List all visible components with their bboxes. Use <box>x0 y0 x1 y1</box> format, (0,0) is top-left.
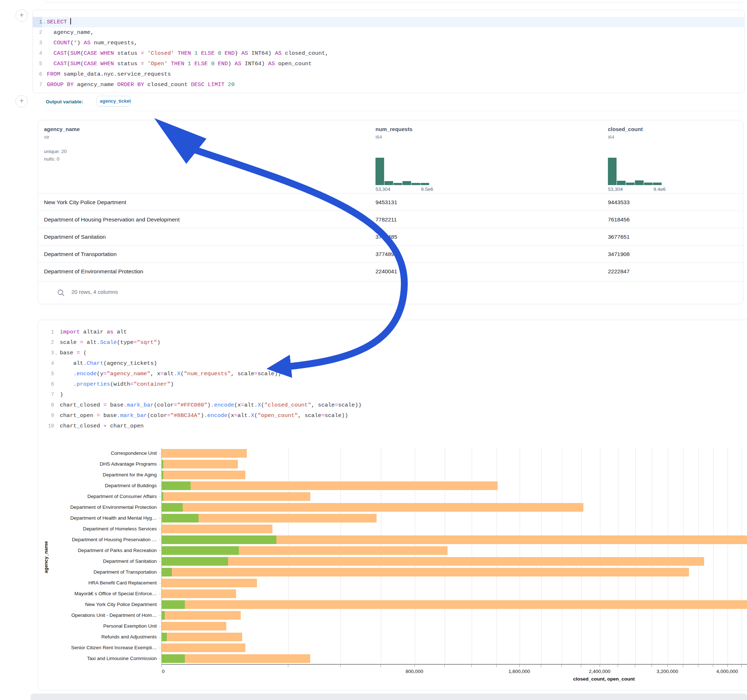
open_count-bar <box>162 600 185 609</box>
column-header[interactable]: num_requestsi6453,3049.5e6 <box>375 126 413 140</box>
gridline <box>381 448 381 664</box>
closed_count-bar <box>162 579 257 587</box>
x-axis-tick-label: 4,000,000 <box>716 669 738 674</box>
open_count-bar <box>162 460 163 468</box>
y-axis-tick <box>159 464 161 465</box>
gridline <box>581 448 582 664</box>
gridline <box>713 448 714 664</box>
table-cell: 9453131 <box>375 194 397 211</box>
y-axis-tick <box>159 518 161 519</box>
text-cursor <box>70 18 71 24</box>
table-cell: 2222847 <box>608 263 629 280</box>
closed_count-bar <box>162 557 704 566</box>
y-axis-label: Department of Sanitation <box>38 556 157 567</box>
y-axis-label: DHS Advantage Programs <box>38 459 157 469</box>
y-axis-tick <box>159 659 161 659</box>
column-header[interactable]: closed_counti6453,3049.4e6 <box>608 126 643 140</box>
histogram-range-labels: 53,3049.4e6 <box>608 187 665 192</box>
table-cell: 9443533 <box>608 194 629 211</box>
table-cell: 3774892 <box>375 246 397 262</box>
row-column-count: 20 rows, 4 columns <box>71 289 118 295</box>
y-axis-label: Department for the Aging <box>38 469 157 480</box>
closed_count-bar <box>162 568 689 576</box>
x-axis-tick <box>741 665 742 667</box>
x-axis-tick <box>618 665 618 667</box>
code-line[interactable]: 3 COUNT(*) AS num_requests, <box>33 38 744 48</box>
previous-cell-fragment <box>44 0 744 3</box>
column-stats: unique: 20nulls: 0 <box>44 148 80 163</box>
x-axis-tick-label: 3,200,000 <box>656 669 678 674</box>
code-line[interactable]: 4 CAST(SUM(CASE WHEN status = 'Closed' T… <box>33 48 744 59</box>
code-line[interactable]: 1⌄SELECT <box>33 17 744 27</box>
y-axis-label: Senior Citizen Rent Increase Exempti… <box>38 643 157 653</box>
sql-editor-cell[interactable]: 1⌄SELECT 2 agency_name,3 COUNT(*) AS num… <box>32 10 744 93</box>
table-cell: 3677651 <box>608 228 629 245</box>
gridline <box>618 448 618 664</box>
closed_count-bar <box>162 503 584 512</box>
x-axis-tick <box>713 665 713 667</box>
x-axis-tick-label: 0 <box>162 669 165 674</box>
y-axis-tick <box>159 594 161 594</box>
open_count-bar <box>162 546 239 555</box>
gridline <box>415 448 415 664</box>
y-axis-tick <box>159 626 161 626</box>
gridline <box>562 448 562 664</box>
closed_count-bar <box>162 611 241 620</box>
gridline <box>496 448 497 664</box>
y-axis-label: HRA Benefit Card Replacement <box>38 578 157 588</box>
x-axis-tick <box>581 665 581 667</box>
add-cell-button[interactable]: + <box>15 9 28 22</box>
code-line[interactable]: 6FROM sample_data.nyc.service_requests <box>33 69 744 80</box>
column-histogram <box>608 158 663 185</box>
y-axis-tick <box>159 572 161 573</box>
table-row[interactable]: New York City Police Department945313194… <box>38 193 743 211</box>
gridline <box>742 448 742 664</box>
y-axis-tick <box>159 529 161 530</box>
code-line[interactable]: 2 agency_name, <box>33 27 744 38</box>
table-footer: 20 rows, 4 columns <box>38 281 743 304</box>
closed_count-bar <box>162 600 747 609</box>
code-line[interactable]: 7GROUP BY agency_name ORDER BY closed_co… <box>33 80 744 90</box>
open_count-bar <box>162 557 228 566</box>
fold-chevron-icon[interactable]: ⌄ <box>43 17 45 28</box>
y-axis-label: Department of Consumer Affairs <box>38 491 157 502</box>
y-axis-tick <box>159 616 161 616</box>
dataframe-preview-table[interactable]: agency_namestrunique: 20nulls: 0num_requ… <box>38 120 743 304</box>
line-number: 6 <box>33 69 42 80</box>
x-axis-tick <box>727 665 727 667</box>
code-line[interactable]: 5 CAST(SUM(CASE WHEN status = 'Open' THE… <box>33 59 744 69</box>
closed_count-bar <box>162 449 247 458</box>
open_count-bar <box>162 654 185 663</box>
table-row[interactable]: Department of Sanitation37494853677651 <box>38 228 743 245</box>
y-axis-label: Mayorâ€ s Office of Special Enforce… <box>38 588 157 599</box>
table-row[interactable]: Department of Environmental Protection22… <box>38 262 743 280</box>
table-row[interactable]: Department of Transportation377489234719… <box>38 245 743 262</box>
open_count-bar <box>162 481 191 490</box>
x-axis-tick <box>444 665 445 667</box>
line-number: 7 <box>33 80 42 90</box>
gridline <box>472 448 472 664</box>
table-cell: 7618456 <box>608 211 629 228</box>
search-icon[interactable] <box>57 289 65 297</box>
y-axis-label: Department of Homeless Services <box>38 523 157 534</box>
column-name: closed_count <box>608 126 643 132</box>
closed_count-bar <box>162 622 226 631</box>
y-axis-tick <box>159 507 161 508</box>
python-editor-cell[interactable]: 1import altair as alt2scale = alt.Scale(… <box>38 320 747 691</box>
gridline <box>541 448 541 664</box>
altair-bar-chart: agency_name Correspondence UnitDHS Advan… <box>38 320 747 690</box>
y-axis-tick <box>159 486 161 486</box>
table-row[interactable]: Department of Housing Preservation and D… <box>38 211 743 228</box>
output-variable-input[interactable]: agency_tickets <box>96 96 131 107</box>
open_count-bar <box>162 471 163 479</box>
column-header[interactable]: agency_namestrunique: 20nulls: 0 <box>44 126 80 163</box>
y-axis-label: New York City Police Department <box>38 599 157 610</box>
y-axis-label: Correspondence Unit <box>38 448 157 459</box>
open_count-bar <box>162 633 167 641</box>
y-axis-tick <box>159 475 161 475</box>
add-cell-button[interactable]: + <box>15 95 28 107</box>
y-axis-label: Department of Environmental Protection <box>38 502 157 513</box>
x-axis-tick-label: 2,400,000 <box>589 669 611 674</box>
closed_count-bar <box>162 633 242 641</box>
table-cell: 7782211 <box>375 211 397 228</box>
